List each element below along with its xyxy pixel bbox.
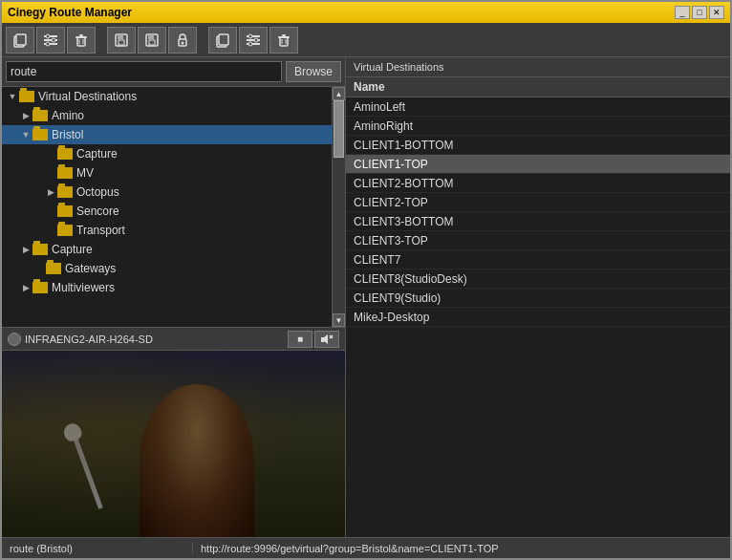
sencore-label: Sencore [76,205,119,218]
main-window: Cinegy Route Manager _ □ ✕ [0,0,732,560]
root-folder-icon [19,91,34,102]
toolbar-settings-btn[interactable] [36,27,65,54]
audio-button[interactable] [314,331,339,348]
search-bar: Browse [2,57,345,87]
title-bar: Cinegy Route Manager _ □ ✕ [2,2,730,23]
toolbar-settings2-btn[interactable] [239,27,268,54]
svg-point-26 [248,34,252,38]
gateways-folder-icon [46,263,61,274]
search-input[interactable] [6,61,282,82]
scroll-up-arrow[interactable]: ▲ [333,87,345,100]
vd-item-client2-bottom[interactable]: CLIENT2-BOTTOM [346,174,730,193]
stop-button[interactable]: ■ [288,331,312,348]
left-panel: Browse ▼ Virtual Destinations ▶ Amino [2,57,346,537]
amino-folder-icon [32,110,48,121]
svg-point-28 [248,42,252,46]
multiviewers-folder-icon [32,282,48,293]
window-controls: _ □ ✕ [675,6,724,19]
sencore-folder-icon [57,205,73,217]
preview-area: INFRAENG2-AIR-H264-SD ■ [2,327,345,537]
vd-item-client9-studio[interactable]: CLIENT9(Studio) [346,289,730,308]
tree-item-mv[interactable]: ▶ MV [2,163,345,183]
video-lighting [2,351,345,537]
toolbar-copy-btn[interactable] [6,27,34,54]
preview-title-group: INFRAENG2-AIR-H264-SD [8,333,153,346]
tree-item-bristol[interactable]: ▼ Bristol [2,125,345,144]
gateways-label: Gateways [65,262,116,275]
svg-rect-17 [148,34,154,39]
scroll-down-arrow[interactable]: ▼ [333,313,345,327]
bristol-folder-icon [32,129,48,140]
svg-point-7 [46,42,50,46]
toolbar-save-btn[interactable] [107,27,136,54]
svg-rect-34 [321,337,324,342]
tree-item-multiviewers[interactable]: ▶ Multiviewers [2,278,345,297]
tree-item-transport[interactable]: ▶ Transport [2,221,345,240]
toolbar-save2-btn[interactable] [138,27,166,54]
svg-rect-18 [149,40,155,45]
vd-item-client3-top[interactable]: CLIENT3-TOP [346,231,730,250]
vd-item-client7[interactable]: CLIENT7 [346,250,730,269]
content-area: Browse ▼ Virtual Destinations ▶ Amino [2,57,730,537]
vd-item-client8-studiodesk[interactable]: CLIENT8(StudioDesk) [346,269,730,289]
tree-item-octopus[interactable]: ▶ Octopus [2,183,345,202]
multiviewers-label: Multiviewers [52,281,115,294]
vd-item-aminoleft[interactable]: AminoLeft [346,97,730,117]
toolbar-delete-btn[interactable] [67,27,96,54]
svg-rect-9 [75,36,87,38]
tree-item-capture1[interactable]: ▶ Capture [2,144,345,163]
name-column-header: Name [346,77,730,97]
toolbar [2,23,730,57]
svg-rect-22 [219,34,228,45]
status-left: route (Bristol) [2,543,193,554]
tree-item-sencore[interactable]: ▶ Sencore [2,202,345,221]
minimize-button[interactable]: _ [675,6,690,19]
svg-rect-1 [16,34,26,45]
tree-item-gateways[interactable]: ▶ Gateways [2,259,345,278]
svg-rect-15 [118,40,124,45]
svg-rect-31 [282,34,286,36]
maximize-button[interactable]: □ [692,6,707,19]
transport-folder-icon [57,225,73,236]
toolbar-lock-btn[interactable] [168,27,197,54]
vd-item-aminoright[interactable]: AminoRight [346,117,730,136]
stream-status-indicator [8,333,21,346]
vd-item-mikej-desktop[interactable]: MikeJ-Desktop [346,308,730,327]
tree-item-capture2[interactable]: ▶ Capture [2,240,345,259]
close-button[interactable]: ✕ [709,6,724,19]
tree-scrollbar[interactable]: ▲ ▼ [332,87,345,327]
capture2-expand-arrow: ▶ [19,245,32,254]
preview-controls: ■ [288,331,339,348]
vd-item-client1-top[interactable]: CLIENT1-TOP [346,155,730,174]
toolbar-delete2-btn[interactable] [269,27,298,54]
svg-rect-8 [77,37,85,46]
svg-point-5 [46,34,50,38]
preview-header: INFRAENG2-AIR-H264-SD ■ [2,328,345,351]
svg-rect-10 [79,34,83,36]
capture2-folder-icon [32,244,48,255]
amino-expand-arrow: ▶ [19,111,32,120]
multiviewers-expand-arrow: ▶ [19,283,32,292]
tree-item-amino[interactable]: ▶ Amino [2,106,345,125]
vd-item-client2-top[interactable]: CLIENT2-TOP [346,193,730,212]
tree-root[interactable]: ▼ Virtual Destinations [2,87,345,106]
virtual-destinations-table: Name AminoLeft AminoRight CLIENT1-BOTTOM… [346,77,730,537]
tree-root-label: Virtual Destinations [38,90,137,103]
browse-button[interactable]: Browse [286,61,341,82]
vd-item-client3-bottom[interactable]: CLIENT3-BOTTOM [346,212,730,231]
status-right: http://route:9996/getvirtual?group=Brist… [193,543,730,554]
svg-point-20 [182,41,184,44]
right-panel: Virtual Destinations Name AminoLeft Amin… [346,57,730,537]
octopus-expand-arrow: ▶ [44,187,57,197]
root-expand-arrow: ▼ [6,92,19,101]
bristol-label: Bristol [52,128,83,141]
toolbar-copy2-btn[interactable] [208,27,237,54]
svg-rect-29 [280,37,288,46]
amino-label: Amino [52,109,84,122]
video-preview [2,351,345,537]
transport-label: Transport [76,224,125,237]
vd-item-client1-bottom[interactable]: CLIENT1-BOTTOM [346,136,730,155]
capture1-folder-icon [57,148,73,160]
stream-name: INFRAENG2-AIR-H264-SD [25,334,153,345]
scroll-thumb[interactable] [334,100,344,158]
